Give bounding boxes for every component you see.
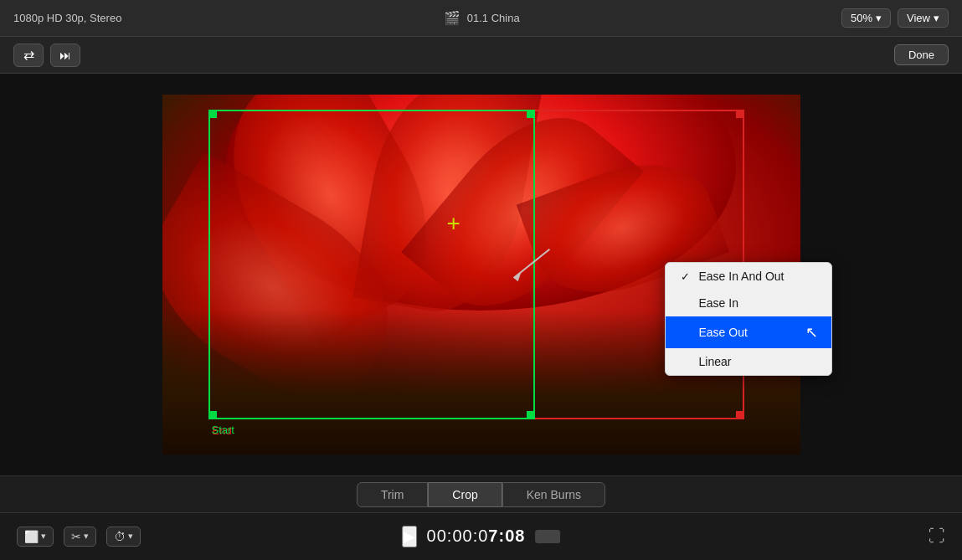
bottom-right-tools: ⛶ bbox=[929, 527, 945, 546]
scrubber[interactable] bbox=[535, 530, 560, 543]
done-label: Done bbox=[908, 49, 934, 61]
tab-ken-burns[interactable]: Ken Burns bbox=[502, 482, 605, 507]
timecode-text: 00:00:0 bbox=[427, 527, 489, 545]
top-bar-right: 50% ▾ View ▾ bbox=[841, 8, 949, 28]
transform-tool-button[interactable]: ⬜ ▾ bbox=[17, 527, 54, 547]
speed-chevron-icon: ▾ bbox=[128, 531, 133, 542]
arrow-indicator bbox=[507, 244, 557, 290]
fullscreen-button[interactable]: ⛶ bbox=[929, 527, 945, 546]
start-label: Start bbox=[212, 424, 234, 436]
toolbar: ⇄ ⏭ Done bbox=[0, 37, 962, 74]
end-box-corner-tr bbox=[736, 110, 744, 118]
start-box-corner-tr bbox=[527, 110, 535, 118]
end-box-corner-br bbox=[736, 411, 744, 419]
view-button[interactable]: View ▾ bbox=[898, 8, 949, 28]
zoom-chevron-icon: ▾ bbox=[876, 12, 882, 24]
start-crop-box[interactable]: Start bbox=[208, 110, 535, 419]
bottom-bar: ⬜ ▾ ✂ ▾ ⏱ ▾ ▶ 00:00:07:08 ⛶ bbox=[0, 512, 962, 559]
ease-in-and-out-check: ✓ bbox=[679, 270, 692, 283]
tab-bar: Trim Crop Ken Burns bbox=[0, 475, 962, 512]
play-icon: ▶ bbox=[404, 528, 415, 545]
svg-line-0 bbox=[514, 249, 550, 278]
bottom-left-tools: ⬜ ▾ ✂ ▾ ⏱ ▾ bbox=[17, 527, 141, 547]
ease-out-label: Ease Out bbox=[699, 326, 748, 339]
zoom-button[interactable]: 50% ▾ bbox=[841, 8, 891, 28]
cursor-icon: ↖ bbox=[805, 323, 818, 342]
blade-chevron-icon: ▾ bbox=[84, 531, 89, 542]
swap-icon: ⇄ bbox=[23, 47, 34, 63]
ken-burns-tab-label: Ken Burns bbox=[527, 488, 581, 501]
blade-tool-button[interactable]: ✂ ▾ bbox=[64, 527, 96, 547]
video-frame: End Start + ✓ Ease In And Out bbox=[162, 95, 800, 455]
project-name: 01.1 China bbox=[467, 12, 520, 24]
viewer: End Start + ✓ Ease In And Out bbox=[0, 74, 962, 475]
start-box-corner-tl bbox=[208, 110, 217, 118]
zoom-level: 50% bbox=[851, 12, 872, 24]
view-chevron-icon: ▾ bbox=[934, 12, 939, 24]
toolbar-left: ⇄ ⏭ bbox=[13, 44, 80, 67]
linear-label: Linear bbox=[699, 355, 732, 368]
dropdown-item-ease-in-and-out[interactable]: ✓ Ease In And Out bbox=[666, 263, 831, 290]
dropdown-item-ease-in[interactable]: Ease In bbox=[666, 290, 831, 316]
play-button[interactable]: ▶ bbox=[402, 526, 417, 547]
project-icon: 🎬 bbox=[444, 10, 460, 26]
trim-tab-label: Trim bbox=[381, 488, 404, 501]
step-forward-button[interactable]: ⏭ bbox=[50, 44, 80, 67]
crosshair: + bbox=[447, 212, 460, 235]
ease-in-label: Ease In bbox=[699, 296, 738, 310]
tab-crop[interactable]: Crop bbox=[428, 482, 502, 507]
crop-tab-label: Crop bbox=[452, 488, 477, 501]
resolution-label: 1080p HD 30p, Stereo bbox=[13, 12, 121, 24]
tab-trim[interactable]: Trim bbox=[357, 482, 428, 507]
fullscreen-icon: ⛶ bbox=[929, 527, 945, 545]
dropdown-item-ease-out[interactable]: Ease Out ↖ bbox=[666, 316, 831, 348]
start-box-corner-br bbox=[527, 411, 535, 419]
speed-icon: ⏱ bbox=[114, 530, 126, 543]
blade-icon: ✂ bbox=[71, 530, 81, 543]
project-info: 🎬 01.1 China bbox=[444, 10, 520, 26]
view-label: View bbox=[907, 12, 930, 24]
transform-icon: ⬜ bbox=[24, 530, 39, 543]
step-forward-icon: ⏭ bbox=[59, 49, 71, 62]
done-button[interactable]: Done bbox=[894, 44, 949, 65]
swap-button[interactable]: ⇄ bbox=[13, 44, 44, 67]
timecode-frame: 7:08 bbox=[488, 527, 525, 545]
start-box-corner-bl bbox=[208, 411, 217, 419]
speed-tool-button[interactable]: ⏱ ▾ bbox=[106, 527, 141, 547]
resolution-text: 1080p HD 30p, Stereo bbox=[13, 12, 121, 24]
playback-controls: ▶ 00:00:07:08 bbox=[402, 526, 561, 547]
timecode-display: 00:00:07:08 bbox=[427, 527, 526, 546]
ease-in-and-out-label: Ease In And Out bbox=[699, 270, 785, 283]
dropdown-item-linear[interactable]: Linear bbox=[666, 348, 831, 375]
top-bar: 1080p HD 30p, Stereo 🎬 01.1 China 50% ▾ … bbox=[0, 0, 962, 37]
transform-chevron-icon: ▾ bbox=[41, 531, 46, 542]
ease-dropdown: ✓ Ease In And Out Ease In Ease Out ↖ Lin… bbox=[665, 262, 832, 376]
